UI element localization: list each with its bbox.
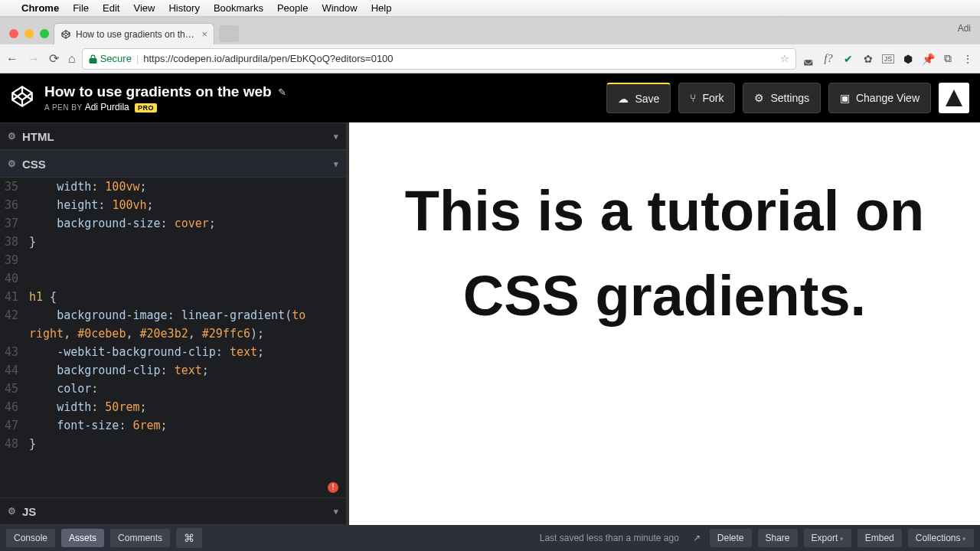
secure-lock-icon[interactable]: Secure (89, 53, 132, 64)
check-icon[interactable]: ✔ (842, 53, 854, 65)
gear-icon[interactable]: ⚙ (8, 131, 16, 142)
js-panel-header[interactable]: ⚙ JS ▾ (0, 497, 346, 525)
save-button[interactable]: ☁ Save (606, 83, 671, 113)
back-icon[interactable]: ← (6, 52, 18, 66)
gear-icon[interactable]: ⚙ (8, 506, 16, 517)
code-line[interactable]: 35 width: 100vw; (0, 178, 346, 196)
workspace: ⚙ HTML ▾ ⚙ CSS ▾ 35 width: 100vw;36 heig… (0, 122, 980, 525)
cloud-icon: ☁ (618, 93, 629, 105)
code-line[interactable]: 40 (0, 269, 346, 288)
code-line[interactable]: 36 height: 100vh; (0, 196, 346, 214)
chevron-down-icon[interactable]: ▾ (334, 132, 338, 142)
window-zoom-icon[interactable] (40, 29, 49, 38)
home-icon[interactable]: ⌂ (68, 52, 76, 66)
layout-icon: ▣ (840, 92, 850, 104)
menu-file[interactable]: File (73, 2, 89, 14)
code-line[interactable]: 48} (0, 435, 346, 453)
css-editor[interactable]: 35 width: 100vw;36 height: 100vh;37 back… (0, 178, 346, 497)
delete-button[interactable]: Delete (710, 529, 752, 547)
preview-heading: This is a tutorial on CSS gradients. (381, 168, 948, 338)
css-panel-header[interactable]: ⚙ CSS ▾ (0, 150, 346, 178)
user-avatar[interactable] (939, 83, 969, 113)
menu-people[interactable]: People (277, 2, 308, 14)
codepen-logo-icon[interactable] (11, 85, 34, 111)
menu-view[interactable]: View (133, 2, 155, 14)
bookmark-star-icon[interactable]: ☆ (780, 53, 789, 64)
assets-button[interactable]: Assets (61, 529, 104, 547)
pen-author[interactable]: Adi Purdila (85, 102, 129, 112)
new-tab-button[interactable] (219, 25, 239, 42)
keyboard-shortcuts-button[interactable]: ⌘ (176, 528, 202, 548)
pen-title[interactable]: How to use gradients on the web (44, 83, 272, 100)
menu-history[interactable]: History (168, 2, 199, 14)
gear-icon: ⚙ (754, 92, 764, 104)
url-text: https://codepen.io/adipurdila/pen/EbKQoQ… (143, 53, 393, 64)
css-panel-label: CSS (22, 158, 46, 171)
fork-button[interactable]: ⑂ Fork (678, 83, 735, 113)
bug-icon[interactable]: ✿ (862, 53, 874, 65)
menu-bookmarks[interactable]: Bookmarks (214, 2, 263, 14)
menu-window[interactable]: Window (322, 2, 357, 14)
change-view-button[interactable]: ▣ Change View (828, 83, 931, 113)
pen-byline: A PEN BY Adi Purdila PRO (44, 102, 286, 112)
tab-close-icon[interactable]: × (201, 28, 207, 40)
menu-help[interactable]: Help (371, 2, 392, 14)
settings-label: Settings (770, 92, 809, 104)
extension-icons: ◛ f? ✔ ✿ JS ⬢ 📌 ⧉ ⋮ (802, 52, 974, 65)
gear-icon[interactable]: ⚙ (8, 158, 16, 169)
code-line[interactable]: 39 (0, 251, 346, 269)
js-icon[interactable]: JS (882, 54, 894, 64)
js-panel-label: JS (22, 505, 36, 518)
codepen-header: How to use gradients on the web ✎ A PEN … (0, 73, 980, 122)
code-line[interactable]: 38} (0, 233, 346, 251)
comments-button[interactable]: Comments (110, 529, 170, 547)
code-line[interactable]: 41h1 { (0, 288, 346, 306)
window-minimize-icon[interactable] (24, 29, 34, 38)
save-label: Save (635, 93, 659, 105)
code-line[interactable]: 42 background-image: linear-gradient(to (0, 306, 346, 324)
html-panel-label: HTML (22, 130, 54, 143)
macos-menubar: Chrome File Edit View History Bookmarks … (0, 0, 980, 17)
html-panel-header[interactable]: ⚙ HTML ▾ (0, 122, 346, 150)
browser-tab[interactable]: How to use gradients on the w × (54, 23, 214, 44)
chevron-down-icon[interactable]: ▾ (334, 159, 338, 169)
chrome-menu-icon[interactable]: ⋮ (962, 53, 974, 65)
embed-button[interactable]: Embed (858, 529, 902, 547)
window-controls (6, 29, 54, 44)
tab-title: How to use gradients on the w (76, 29, 197, 40)
fontface-icon[interactable]: f? (822, 53, 835, 65)
screenshot-icon[interactable]: ⧉ (942, 52, 954, 65)
export-button[interactable]: Export (804, 529, 851, 547)
secure-label: Secure (100, 53, 132, 64)
code-line[interactable]: 46 width: 50rem; (0, 398, 346, 416)
fork-icon: ⑂ (690, 92, 696, 104)
open-external-icon[interactable]: ↗ (690, 533, 704, 543)
editor-column: ⚙ HTML ▾ ⚙ CSS ▾ 35 width: 100vw;36 heig… (0, 122, 349, 525)
chrome-toolbar: ← → ⟳ ⌂ Secure | https://codepen.io/adip… (0, 44, 980, 73)
code-line[interactable]: 37 background-size: cover; (0, 214, 346, 233)
window-close-icon[interactable] (9, 29, 18, 38)
reload-icon[interactable]: ⟳ (49, 51, 59, 66)
code-line[interactable]: 44 background-clip: text; (0, 361, 346, 380)
chevron-down-icon[interactable]: ▾ (334, 507, 338, 517)
pocket-icon[interactable]: ◛ (802, 53, 815, 65)
address-bar[interactable]: Secure | https://codepen.io/adipurdila/p… (82, 48, 796, 70)
collections-button[interactable]: Collections (908, 529, 974, 547)
settings-button[interactable]: ⚙ Settings (743, 83, 821, 113)
byline-prefix: A PEN BY (44, 103, 82, 112)
pencil-icon[interactable]: ✎ (278, 86, 286, 98)
code-line[interactable]: 45 color: (0, 380, 346, 398)
react-icon[interactable]: ⬢ (902, 53, 914, 65)
error-badge-icon[interactable]: ! (328, 482, 338, 493)
chrome-profile-badge[interactable]: Adi (958, 23, 971, 34)
menu-chrome[interactable]: Chrome (21, 2, 59, 14)
console-button[interactable]: Console (6, 529, 55, 547)
code-line[interactable]: 47 font-size: 6rem; (0, 416, 346, 435)
menu-edit[interactable]: Edit (103, 2, 119, 14)
pro-badge: PRO (135, 103, 157, 112)
pin-icon[interactable]: 📌 (922, 53, 934, 65)
code-line[interactable]: right, #0cebeb, #20e3b2, #29ffc6); (0, 324, 346, 343)
code-line[interactable]: 43 -webkit-background-clip: text; (0, 343, 346, 361)
share-button[interactable]: Share (758, 529, 798, 547)
forward-icon: → (28, 52, 40, 66)
